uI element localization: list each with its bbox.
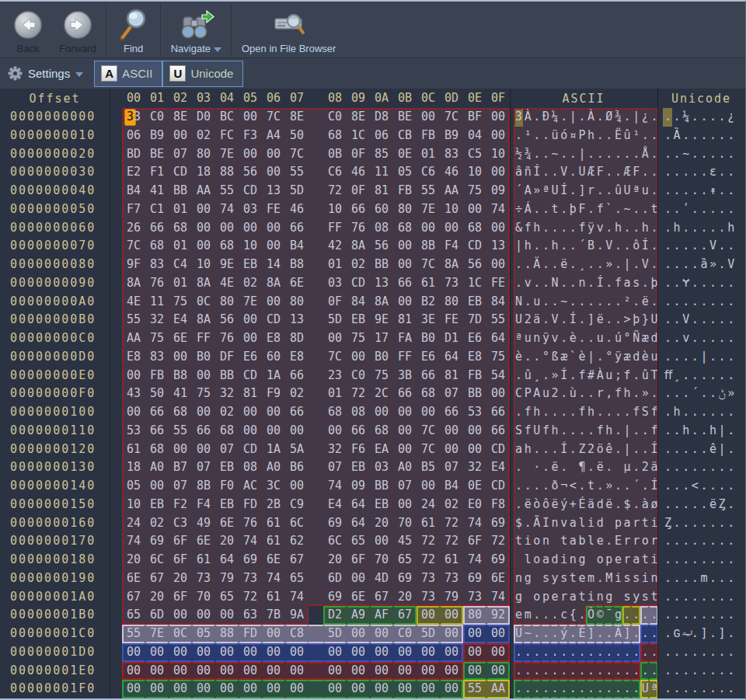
unicode-char[interactable]: .	[690, 311, 699, 329]
ascii-char[interactable]: .	[541, 606, 550, 625]
hex-byte[interactable]: B2	[417, 293, 440, 312]
unicode-char[interactable]: .	[663, 588, 672, 607]
ascii-char[interactable]: |	[514, 237, 523, 256]
ascii-char[interactable]: .	[568, 293, 577, 312]
ascii-char[interactable]: ¹	[631, 127, 640, 145]
ascii-char[interactable]: ÷	[514, 200, 523, 219]
unicode-char[interactable]: .	[672, 422, 682, 441]
unicode-char[interactable]: .	[726, 458, 735, 477]
ascii-char[interactable]: »	[604, 256, 613, 274]
unicode-toggle-button[interactable]: U Unicode	[162, 61, 243, 87]
hex-byte[interactable]: 00	[122, 662, 145, 681]
hex-byte[interactable]: 07	[440, 385, 463, 403]
ascii-char[interactable]: ¹	[523, 127, 532, 145]
ascii-char[interactable]: |	[631, 108, 640, 127]
hex-byte[interactable]: 8E	[285, 108, 309, 127]
ascii-char[interactable]: .	[604, 163, 613, 182]
unicode-char[interactable]: .	[708, 329, 717, 348]
unicode-char[interactable]: .	[699, 680, 708, 698]
ascii-char[interactable]: ¶	[577, 458, 586, 477]
ascii-char[interactable]: ¬	[559, 477, 568, 496]
ascii-char[interactable]: .	[631, 625, 640, 643]
ascii-char[interactable]: Ø	[604, 108, 613, 127]
ascii-char[interactable]: æ	[640, 329, 650, 348]
hex-byte[interactable]: CD	[486, 441, 510, 459]
ascii-char[interactable]: .	[559, 237, 568, 256]
ascii-char[interactable]: $	[622, 496, 632, 514]
unicode-char[interactable]: .	[717, 532, 727, 551]
hex-byte[interactable]: CD	[347, 274, 370, 293]
ascii-char[interactable]: .	[640, 662, 650, 681]
ascii-char[interactable]: â	[514, 163, 523, 182]
hex-byte[interactable]: A0	[393, 458, 417, 477]
hex-byte[interactable]: 56	[239, 163, 262, 182]
hex-byte[interactable]: 70	[192, 588, 215, 607]
ascii-char[interactable]: ;	[613, 367, 622, 385]
unicode-char[interactable]: .	[681, 514, 690, 533]
ascii-char[interactable]: .	[613, 293, 622, 312]
unicode-char[interactable]: .	[699, 367, 708, 385]
ascii-char[interactable]: .	[604, 293, 613, 312]
hex-byte[interactable]: 66	[417, 367, 440, 385]
unicode-char[interactable]: |	[699, 348, 708, 367]
ascii-char[interactable]: .	[640, 127, 650, 145]
hex-byte[interactable]: C0	[393, 625, 417, 643]
ascii-char[interactable]: ñ	[523, 163, 532, 182]
unicode-char[interactable]: .	[672, 458, 682, 477]
unicode-char[interactable]: .	[690, 200, 699, 219]
hex-byte[interactable]: FD	[239, 496, 262, 514]
hex-byte[interactable]: 84	[486, 293, 510, 312]
ascii-char[interactable]: .	[514, 127, 523, 145]
ascii-char[interactable]: .	[604, 458, 613, 477]
unicode-char[interactable]: V	[681, 311, 690, 329]
unicode-char[interactable]: .	[699, 293, 708, 312]
ascii-char[interactable]: .	[568, 274, 577, 293]
unicode-char[interactable]: .	[717, 237, 727, 256]
ascii-char[interactable]: .	[577, 662, 586, 681]
unicode-char[interactable]: .	[708, 274, 717, 293]
hex-byte[interactable]: 66	[347, 422, 370, 441]
hex-byte[interactable]: 00	[417, 477, 440, 496]
hex-byte[interactable]: 74	[463, 514, 486, 533]
hex-byte[interactable]: 00	[239, 219, 262, 238]
hex-byte[interactable]: F7	[122, 200, 145, 219]
hex-byte[interactable]: 00	[393, 662, 417, 681]
ascii-char[interactable]: ¼	[550, 108, 560, 127]
ascii-char[interactable]: .	[613, 496, 622, 514]
unicode-char[interactable]: .	[672, 496, 682, 514]
ascii-char[interactable]: .	[622, 108, 632, 127]
ascii-char[interactable]: ª	[541, 182, 550, 200]
ascii-char[interactable]: .	[613, 145, 622, 164]
ascii-char[interactable]: .	[586, 256, 595, 274]
ascii-char[interactable]: .	[595, 625, 605, 643]
ascii-char[interactable]: S	[640, 403, 650, 422]
hex-byte[interactable]: 7E	[239, 293, 262, 312]
hex-byte[interactable]: 55	[169, 422, 192, 441]
ascii-char[interactable]: .	[631, 145, 640, 164]
ascii-char[interactable]: Z	[577, 441, 586, 459]
hex-byte[interactable]: 32	[463, 458, 486, 477]
unicode-char[interactable]: .	[708, 606, 717, 625]
unicode-char[interactable]: ´	[690, 385, 699, 403]
ascii-char[interactable]: g	[577, 551, 586, 569]
ascii-char[interactable]: .	[613, 422, 622, 441]
ascii-char[interactable]: a	[514, 441, 523, 459]
unicode-char[interactable]: ﶈ	[681, 625, 690, 643]
ascii-char[interactable]: .	[514, 680, 523, 698]
hex-byte[interactable]: 09	[347, 477, 370, 496]
hex-byte[interactable]: 53	[463, 403, 486, 422]
hex-byte[interactable]: 88	[215, 163, 239, 182]
ascii-char[interactable]: .	[568, 441, 577, 459]
hex-byte[interactable]: 8A	[192, 274, 215, 293]
ascii-char[interactable]: þ	[631, 311, 640, 329]
hex-byte[interactable]: 4D	[370, 569, 393, 588]
hex-byte[interactable]: B4	[122, 182, 145, 200]
ascii-char[interactable]: .	[595, 145, 605, 164]
ascii-char[interactable]: .	[586, 643, 595, 662]
ascii-char[interactable]: Í	[568, 311, 577, 329]
ascii-char[interactable]: s	[559, 569, 568, 588]
ascii-char[interactable]: .	[631, 606, 640, 625]
ascii-char[interactable]: u	[595, 329, 605, 348]
unicode-char[interactable]: »	[708, 256, 717, 274]
unicode-char[interactable]: .	[672, 569, 682, 588]
